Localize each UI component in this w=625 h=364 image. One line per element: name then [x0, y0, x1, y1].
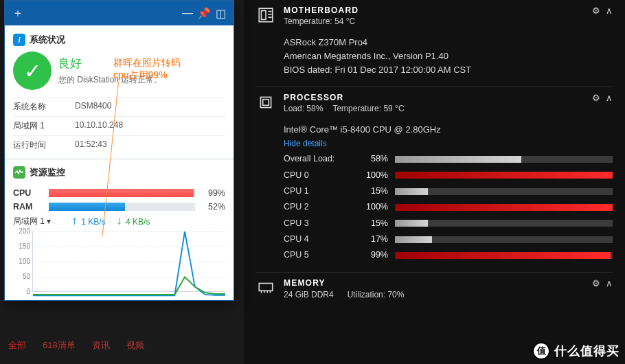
cpu-usage-row: CPU 99% — [13, 188, 225, 198]
smzdm-watermark: 值 什么值得买 — [532, 342, 620, 360]
cpu-temp: Temperature: 59 °C — [332, 104, 404, 113]
motherboard-section: ⚙ ∧ MOTHERBOARD Temperature: 54 °C ASRoc… — [256, 0, 613, 87]
chevron-up-icon[interactable]: ∧ — [606, 93, 613, 103]
chevron-up-icon[interactable]: ∧ — [606, 5, 613, 16]
mobo-bios: BIOS dated: Fri 01 Dec 2017 12:00:00 AM … — [284, 63, 613, 77]
processor-section: ⚙ ∧ PROCESSOR Load: 58% Temperature: 59 … — [256, 87, 613, 272]
tab-item[interactable]: 视频 — [126, 339, 144, 352]
restore-icon[interactable]: ◫ — [213, 7, 228, 20]
resource-monitor-header: 资源监控 — [13, 163, 225, 184]
watermark-badge: 值 — [532, 342, 550, 360]
motherboard-title: MOTHERBOARD — [284, 5, 359, 15]
memory-title: MEMORY — [284, 278, 404, 288]
widget-titlebar[interactable]: ＋ — 📌 ◫ — [5, 1, 234, 25]
motherboard-icon — [256, 5, 275, 25]
add-icon[interactable]: ＋ — [10, 6, 25, 21]
ram-usage-row: RAM 52% — [13, 202, 225, 212]
cpu-model: Intel® Core™ i5-8400 CPU @ 2.80GHz — [284, 123, 613, 137]
chevron-up-icon[interactable]: ∧ — [606, 278, 613, 288]
processor-icon — [256, 93, 275, 112]
hide-details-link[interactable]: Hide details — [284, 137, 613, 150]
cpu-core-row: CPU 599% — [284, 249, 613, 262]
svg-rect-7 — [259, 283, 273, 291]
annotation-text: 群晖在照片转码 cpu占用99% — [113, 56, 181, 81]
lan-dropdown[interactable]: 局域网 1 ▾ — [13, 216, 61, 227]
tab-item[interactable]: 618清单 — [43, 339, 76, 352]
cpu-core-row: CPU 0100% — [284, 169, 613, 182]
download-rate: 🡓 4 KB/s — [115, 217, 150, 227]
hwinfo-panel: ⚙ ∧ MOTHERBOARD Temperature: 54 °C ASRoc… — [244, 0, 625, 364]
watermark-text: 什么值得买 — [554, 343, 620, 359]
cpu-core-row: CPU 2100% — [284, 201, 613, 214]
svg-rect-1 — [262, 11, 266, 20]
processor-title: PROCESSOR — [284, 93, 405, 102]
minimize-icon[interactable]: — — [180, 7, 195, 20]
status-ok-icon: ✓ — [13, 52, 52, 90]
cpu-core-row: CPU 417% — [284, 233, 613, 246]
gear-icon[interactable]: ⚙ — [592, 278, 600, 288]
memory-section: ⚙ ∧ MEMORY 24 GiB DDR4 Utilization: 70% — [256, 273, 613, 309]
info-icon: i — [13, 34, 25, 46]
tab-item[interactable]: 全部 — [8, 339, 26, 352]
kv-uptime: 运行时间01:52:43 — [13, 135, 225, 155]
pin-icon[interactable]: 📌 — [196, 7, 212, 20]
motherboard-temp: Temperature: 54 °C — [284, 16, 355, 26]
cpu-core-row: Overall Load:58% — [284, 152, 613, 166]
smzdm-tabs: 全部618清单资讯视频 — [8, 339, 144, 352]
network-chart: 200150100500 — [32, 231, 225, 292]
monitor-icon — [13, 166, 25, 179]
memory-size: 24 GiB DDR4 — [284, 290, 334, 299]
cpu-core-row: CPU 315% — [284, 217, 613, 230]
svg-rect-6 — [263, 100, 269, 106]
memory-icon — [256, 278, 275, 297]
mobo-vendor: American Megatrends Inc., Version P1.40 — [284, 49, 613, 63]
system-status-header: i 系统状况 — [13, 31, 225, 52]
cpu-load-summary: Load: 58% — [284, 104, 323, 113]
tab-item[interactable]: 资讯 — [92, 339, 110, 352]
svg-rect-5 — [260, 98, 271, 108]
gear-icon[interactable]: ⚙ — [592, 93, 600, 103]
memory-util: Utilization: 70% — [348, 290, 405, 299]
upload-rate: 🡑 1 KB/s — [71, 217, 106, 227]
mobo-model: ASRock Z370M Pro4 — [284, 36, 613, 49]
network-rate-row: 局域网 1 ▾ 🡑 1 KB/s 🡓 4 KB/s — [13, 216, 225, 227]
kv-system-name: 系统名称DSM8400 — [13, 97, 225, 116]
kv-lan: 局域网 110.10.10.248 — [13, 116, 225, 135]
cpu-core-row: CPU 115% — [284, 185, 613, 198]
dsm-widget: ＋ — 📌 ◫ i 系统状况 ✓ 良好 您的 DiskStation 运转正常。… — [4, 0, 234, 301]
gear-icon[interactable]: ⚙ — [592, 5, 600, 16]
